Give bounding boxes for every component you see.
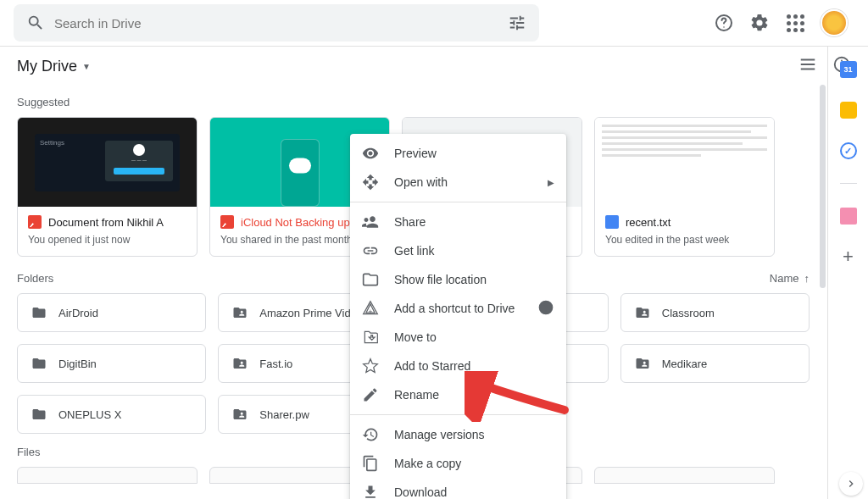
file-item[interactable] (594, 467, 775, 484)
menu-show-location[interactable]: Show file location (350, 265, 566, 294)
file-item[interactable] (17, 467, 198, 484)
svg-point-1 (723, 26, 725, 28)
chevron-right-icon: ▶ (548, 178, 554, 187)
help-icon[interactable] (714, 13, 734, 33)
menu-download[interactable]: Download (350, 478, 566, 499)
menu-add-shortcut[interactable]: +Add a shortcut to Drive (350, 294, 566, 323)
calendar-app-icon[interactable] (840, 61, 857, 78)
card-title: recent.txt (605, 215, 764, 229)
doc-file-icon (605, 215, 619, 229)
folder-item[interactable]: ONEPLUS X (17, 395, 206, 434)
folder-item[interactable]: AirDroid (17, 293, 206, 332)
svg-point-7 (545, 310, 546, 311)
menu-preview[interactable]: Preview (350, 139, 566, 168)
search-input[interactable] (54, 16, 498, 30)
suggested-card[interactable]: Settings— — — Document from Nikhil A You… (17, 117, 198, 257)
suggested-label: Suggested (17, 96, 810, 108)
folder-item[interactable]: Classroom (620, 293, 810, 332)
menu-make-copy[interactable]: Make a copy (350, 449, 566, 478)
arrow-up-icon: ↑ (804, 272, 810, 285)
search-bar[interactable] (14, 4, 539, 42)
account-avatar[interactable] (821, 9, 848, 36)
card-subtitle: You edited in the past week (605, 234, 764, 246)
addon-app-icon[interactable] (840, 208, 857, 225)
settings-icon[interactable] (749, 13, 770, 33)
keep-app-icon[interactable] (840, 102, 857, 119)
menu-add-starred[interactable]: Add to Starred (350, 352, 566, 380)
image-file-icon (28, 215, 42, 229)
search-icon (17, 14, 54, 32)
divider (840, 183, 857, 184)
breadcrumb-dropdown-icon[interactable]: ▼ (82, 62, 91, 71)
menu-share[interactable]: Share (350, 208, 566, 236)
search-options-icon[interactable] (498, 14, 536, 32)
tasks-app-icon[interactable] (840, 142, 857, 159)
card-title: Document from Nikhil A (28, 215, 186, 229)
suggested-card[interactable]: recent.txt You edited in the past week (594, 117, 775, 257)
card-thumbnail: Settings— — — (18, 118, 197, 207)
apps-icon[interactable] (785, 13, 805, 33)
menu-rename[interactable]: Rename (350, 380, 566, 409)
side-panel: + (827, 46, 868, 499)
folders-label: Folders (17, 272, 53, 285)
menu-get-link[interactable]: Get link (350, 236, 566, 265)
svg-text:+: + (369, 308, 373, 316)
help-icon[interactable] (537, 299, 554, 319)
card-subtitle: You opened it just now (28, 234, 186, 246)
sort-by-name[interactable]: Name↑ (770, 272, 810, 285)
context-menu: Preview Open with▶ Share Get link Show f… (350, 134, 566, 499)
menu-move-to[interactable]: Move to (350, 323, 566, 352)
image-file-icon (220, 215, 234, 229)
card-thumbnail (595, 118, 774, 207)
get-addons-icon[interactable]: + (840, 248, 857, 265)
menu-divider (350, 202, 566, 202)
menu-manage-versions[interactable]: Manage versions (350, 420, 566, 449)
folder-item[interactable]: DigitBin (17, 344, 206, 383)
menu-open-with[interactable]: Open with▶ (350, 168, 566, 197)
menu-divider (350, 414, 566, 415)
folder-item[interactable]: Medikare (620, 344, 810, 383)
breadcrumb-title[interactable]: My Drive (17, 58, 77, 75)
list-view-icon[interactable] (798, 55, 817, 77)
hide-side-panel-icon[interactable] (839, 472, 863, 496)
